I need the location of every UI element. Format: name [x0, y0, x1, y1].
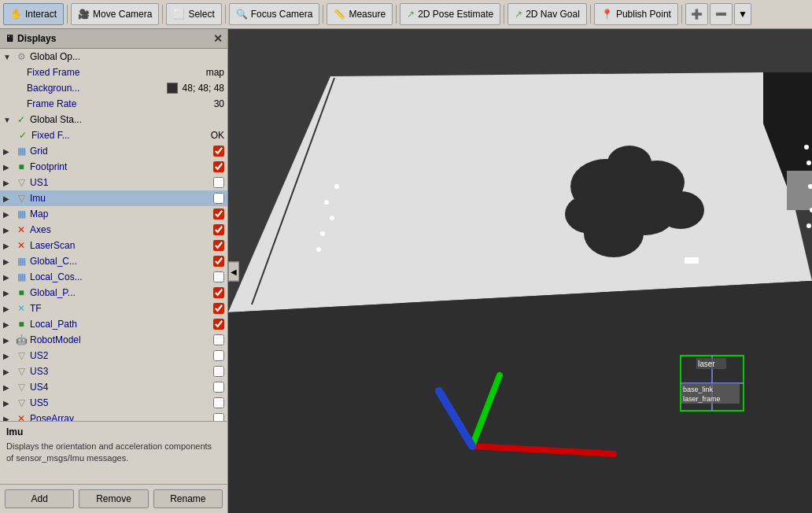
- tree-item-imu[interactable]: ▶ ▽ Imu: [0, 190, 227, 206]
- us4-icon: ▽: [14, 382, 28, 393]
- tree-item-global-status[interactable]: ▼ ✓ Global Sta...: [0, 112, 227, 127]
- info-panel: Imu Displays the orientation and acceler…: [0, 421, 227, 484]
- expand-us3[interactable]: ▶: [3, 367, 14, 376]
- expand-us5[interactable]: ▶: [3, 399, 14, 408]
- us3-label: US3: [30, 366, 210, 377]
- tree-item-axes[interactable]: ▶ ✕ Axes: [0, 222, 227, 238]
- expand-us2[interactable]: ▶: [3, 352, 14, 360]
- svg-point-24: [657, 191, 704, 229]
- global-status-label: Global Sta...: [30, 114, 224, 125]
- rename-button[interactable]: Rename: [153, 489, 223, 508]
- interact-button[interactable]: ✋ Interact: [3, 3, 64, 25]
- tree-item-us3[interactable]: ▶ ▽ US3: [0, 364, 227, 379]
- sidebar-collapse-handle[interactable]: ◀: [228, 261, 239, 281]
- tree-item-global-c[interactable]: ▶ ▦ Global_C...: [0, 253, 227, 269]
- focus-camera-button[interactable]: 🔍 Focus Camera: [229, 3, 320, 25]
- nav-goal-button[interactable]: ↗ 2D Nav Goal: [507, 3, 587, 25]
- global-c-label: Global_C...: [30, 256, 210, 267]
- imu-checkbox[interactable]: [213, 193, 224, 204]
- us1-checkbox[interactable]: [213, 177, 224, 188]
- expand-us1[interactable]: ▶: [3, 179, 14, 187]
- tree-item-footprint[interactable]: ▶ ■ Footprint: [0, 159, 227, 175]
- global-c-checkbox[interactable]: [213, 256, 224, 267]
- pose-estimate-button[interactable]: ↗ 2D Pose Estimate: [400, 3, 500, 25]
- tree-item-laser-scan[interactable]: ▶ ✕ LaserScan: [0, 238, 227, 253]
- add-button[interactable]: Add: [5, 489, 74, 508]
- expand-us4[interactable]: ▶: [3, 383, 14, 392]
- publish-point-button[interactable]: 📍 Publish Point: [594, 3, 678, 25]
- expand-map[interactable]: ▶: [3, 210, 14, 219]
- global-p-checkbox[interactable]: [213, 287, 224, 298]
- measure-button[interactable]: 📏 Measure: [327, 3, 393, 25]
- expand-imu[interactable]: ▶: [3, 194, 14, 203]
- us5-label: US5: [30, 397, 210, 408]
- tree-item-us2[interactable]: ▶ ▽ US2: [0, 348, 227, 364]
- move-camera-button[interactable]: 🎥 Move Camera: [71, 3, 159, 25]
- map-label: Map: [30, 209, 210, 220]
- robot-model-icon: 🤖: [14, 334, 28, 345]
- expand-footprint[interactable]: ▶: [3, 163, 14, 172]
- expand-fixed-frame: [16, 68, 27, 77]
- tree-item-frame-rate[interactable]: Frame Rate 30: [0, 96, 227, 112]
- svg-text:laser: laser: [698, 360, 715, 368]
- expand-global-p[interactable]: ▶: [3, 289, 14, 297]
- laser-scan-label: LaserScan: [30, 240, 210, 251]
- move-camera-label: Move Camera: [93, 9, 152, 20]
- tree-item-us1[interactable]: ▶ ▽ US1: [0, 175, 227, 190]
- tree-item-pose-array[interactable]: ▶ ✕ PoseArray: [0, 411, 227, 421]
- tree-item-us5[interactable]: ▶ ▽ US5: [0, 395, 227, 411]
- tree-item-local-path[interactable]: ▶ ■ Local_Path: [0, 316, 227, 332]
- expand-local-cos[interactable]: ▶: [3, 273, 14, 282]
- svg-point-31: [316, 247, 321, 252]
- local-path-checkbox[interactable]: [213, 319, 224, 330]
- local-path-label: Local_Path: [30, 319, 210, 330]
- expand-grid[interactable]: ▶: [3, 147, 14, 156]
- expand-global-status[interactable]: ▼: [3, 116, 14, 124]
- expand-laser-scan[interactable]: ▶: [3, 242, 14, 250]
- expand-global-c[interactable]: ▶: [3, 257, 14, 266]
- toolbar-sep-6: [504, 5, 504, 24]
- local-cos-checkbox[interactable]: [213, 271, 224, 282]
- svg-marker-26: [787, 171, 812, 210]
- 3d-view[interactable]: ◀: [228, 29, 812, 513]
- us3-checkbox[interactable]: [213, 366, 224, 377]
- select-button[interactable]: ⬜ Select: [166, 3, 221, 25]
- tree-item-tf[interactable]: ▶ ✕ TF: [0, 301, 227, 316]
- robot-model-checkbox[interactable]: [213, 334, 224, 345]
- expand-pose-array[interactable]: ▶: [3, 415, 14, 422]
- tree-item-fixed-frame-status[interactable]: ✓ Fixed F... OK: [0, 127, 227, 143]
- tree-item-grid[interactable]: ▶ ▦ Grid: [0, 143, 227, 159]
- grid-checkbox[interactable]: [213, 146, 224, 157]
- tree-item-fixed-frame[interactable]: Fixed Frame map: [0, 65, 227, 80]
- expand-robot-model[interactable]: ▶: [3, 336, 14, 345]
- select-icon: ⬜: [173, 9, 185, 20]
- tree-item-background[interactable]: Backgroun... 48; 48; 48: [0, 80, 227, 96]
- svg-point-22: [565, 194, 615, 234]
- pose-array-checkbox[interactable]: [213, 413, 224, 421]
- tf-checkbox[interactable]: [213, 303, 224, 314]
- minus-button[interactable]: ➖: [710, 3, 733, 25]
- expand-tf[interactable]: ▶: [3, 304, 14, 313]
- axes-checkbox[interactable]: [213, 224, 224, 235]
- map-checkbox[interactable]: [213, 209, 224, 220]
- footprint-checkbox[interactable]: [213, 161, 224, 172]
- expand-local-path[interactable]: ▶: [3, 320, 14, 329]
- tree-item-local-cos[interactable]: ▶ ▦ Local_Cos...: [0, 269, 227, 285]
- us3-icon: ▽: [14, 366, 28, 377]
- tree-item-global-p[interactable]: ▶ ■ Global_P...: [0, 285, 227, 301]
- us5-checkbox[interactable]: [213, 397, 224, 408]
- dropdown-button[interactable]: ▼: [734, 3, 751, 25]
- expand-axes[interactable]: ▶: [3, 226, 14, 234]
- global-p-label: Global_P...: [30, 287, 210, 298]
- tree-item-us4[interactable]: ▶ ▽ US4: [0, 379, 227, 395]
- tree-item-map[interactable]: ▶ ▦ Map: [0, 206, 227, 222]
- us2-checkbox[interactable]: [213, 350, 224, 361]
- laser-scan-checkbox[interactable]: [213, 240, 224, 251]
- expand-global-options[interactable]: ▼: [3, 53, 14, 61]
- tree-item-global-options[interactable]: ▼ ⚙ Global Op...: [0, 49, 227, 65]
- remove-button[interactable]: Remove: [79, 489, 148, 508]
- add-icon-button[interactable]: ➕: [685, 3, 708, 25]
- tree-item-robot-model[interactable]: ▶ 🤖 RobotModel: [0, 332, 227, 348]
- close-displays-button[interactable]: ✕: [213, 32, 223, 45]
- us4-checkbox[interactable]: [213, 382, 224, 393]
